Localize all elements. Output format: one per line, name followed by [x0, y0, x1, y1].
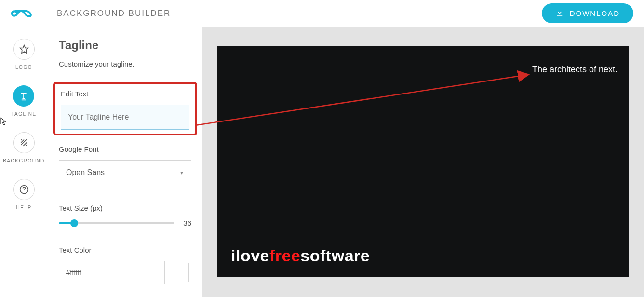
rail-item-logo[interactable]: LOGO — [13, 39, 35, 70]
rail-item-help[interactable]: HELP — [13, 179, 35, 210]
options-panel: Tagline Customize your tagline. Edit Tex… — [48, 27, 202, 297]
question-icon — [13, 179, 35, 200]
download-icon — [555, 8, 564, 18]
color-swatch[interactable] — [170, 263, 189, 282]
watermark-part-b: free — [269, 246, 300, 265]
font-section: Google Font Open Sans — [48, 135, 202, 194]
watermark-part-a: ilove — [231, 246, 269, 265]
rail-item-background[interactable]: BACKGROUND — [3, 132, 45, 163]
rendered-tagline: The architects of next. — [532, 65, 617, 75]
panel-title: Tagline — [59, 39, 191, 52]
download-button[interactable]: DOWNLOAD — [542, 3, 633, 23]
color-input[interactable] — [59, 261, 165, 284]
rail-label: LOGO — [15, 65, 32, 70]
app-title: BACKGROUND BUILDER — [57, 9, 171, 18]
infinity-logo — [11, 7, 38, 20]
panel-subtitle: Customize your tagline. — [59, 60, 191, 68]
tagline-input[interactable] — [61, 105, 189, 130]
rail-label: BACKGROUND — [3, 158, 45, 163]
size-section: Text Size (px) 36 — [48, 194, 202, 236]
rail-item-tagline[interactable]: TAGLINE — [11, 85, 37, 117]
color-section: Text Color — [48, 236, 202, 293]
main-layout: LOGO TAGLINE BACKGROUND HELP Tagline Cus… — [0, 27, 644, 297]
text-icon — [13, 85, 34, 107]
rail-label: HELP — [16, 205, 31, 210]
color-label: Text Color — [59, 246, 191, 254]
preview-stage: The architects of next. ilovefreesoftwar… — [202, 27, 644, 297]
nav-rail: LOGO TAGLINE BACKGROUND HELP — [0, 27, 48, 297]
texture-icon — [13, 132, 35, 153]
size-slider[interactable] — [59, 221, 174, 225]
download-label: DOWNLOAD — [570, 9, 620, 17]
size-label: Text Size (px) — [59, 204, 191, 212]
font-label: Google Font — [59, 145, 191, 153]
star-icon — [13, 39, 35, 60]
font-select[interactable]: Open Sans — [59, 160, 191, 185]
preview-canvas: The architects of next. ilovefreesoftwar… — [217, 46, 629, 277]
rail-label: TAGLINE — [11, 111, 37, 117]
edit-text-label: Edit Text — [61, 90, 189, 98]
slider-thumb[interactable] — [70, 219, 78, 227]
app-header: BACKGROUND BUILDER DOWNLOAD — [0, 0, 644, 27]
watermark: ilovefreesoftware — [231, 246, 370, 265]
watermark-part-c: software — [300, 246, 370, 265]
svg-marker-0 — [20, 45, 28, 54]
font-select-value: Open Sans — [66, 168, 105, 177]
edit-text-section: Edit Text — [53, 82, 197, 135]
size-value: 36 — [183, 219, 191, 227]
